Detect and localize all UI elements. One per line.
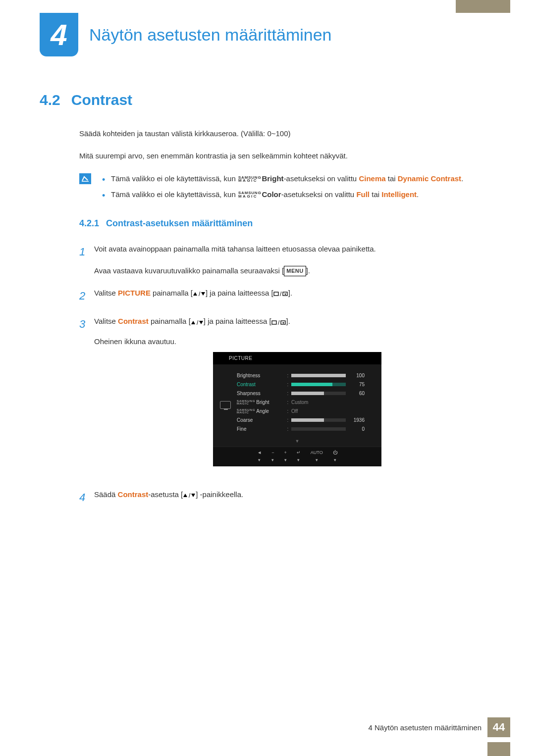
steps-list: 1 Voit avata avainoppaan painamalla mitä… [79, 243, 500, 506]
source-enter-icon: / [273, 287, 288, 300]
section-title: Contrast [71, 92, 132, 108]
step-text: ] ja paina laitteessa [ [206, 289, 273, 297]
note-bold: Color [262, 190, 281, 199]
svg-text:/: / [199, 291, 201, 297]
step-text: ] ja paina laitteessa [ [204, 317, 271, 325]
svg-marker-7 [191, 321, 195, 324]
section-intro-2: Mitä suurempi arvo, sen enemmän kontrast… [79, 151, 500, 162]
footer-text: 4 Näytön asetusten määrittäminen [369, 723, 482, 732]
svg-marker-1 [193, 292, 197, 296]
osd-nav-minus-icon: −▾ [271, 449, 274, 464]
menu-key-icon: MENU [284, 266, 306, 276]
step-text: -asetusta [ [148, 490, 183, 499]
note-text: Tämä valikko ei ole käytettävissä, kun [111, 174, 238, 183]
step-2: 2 Valitse PICTURE painamalla [/] ja pain… [79, 287, 500, 305]
osd-scroll-down-icon: ▼ [213, 438, 381, 447]
note-item-1: Tämä valikko ei ole käytettävissä, kun S… [100, 172, 463, 185]
osd-rows: Brightness:100Contrast:75Sharpness:60SAM… [237, 371, 374, 434]
step-number: 3 [79, 315, 94, 478]
step-text: ]. [286, 317, 290, 325]
note-item-2: Tämä valikko ei ole käytettävissä, kun S… [100, 188, 463, 201]
osd-nav-plus-icon: +▾ [284, 449, 287, 464]
step-keyword: Contrast [118, 317, 149, 325]
chapter-title: Näytön asetusten määrittäminen [89, 25, 331, 45]
top-accent-stripe [456, 0, 510, 13]
step-3: 3 Valitse Contrast painamalla [/] ja pai… [79, 315, 500, 478]
note-icon [79, 173, 91, 184]
osd-nav-enter-icon: ↵▾ [297, 449, 301, 464]
step-text: ]. [288, 289, 292, 297]
svg-marker-9 [199, 321, 203, 324]
up-down-arrow-icon: / [193, 287, 206, 300]
osd-nav-left-icon: ◄▾ [257, 449, 262, 464]
osd-sidebar [220, 371, 237, 434]
osd-row: SAMSUNGMAGICBright:Custom [237, 398, 374, 406]
step-number: 4 [79, 488, 94, 506]
step-text: ]. [306, 266, 310, 275]
osd-screenshot: PICTURE Brightness:100Contrast:75Sharpne… [213, 352, 381, 466]
osd-row: Fine:0 [237, 425, 374, 433]
step-text: Voit avata avainoppaan painamalla mitä t… [94, 243, 500, 255]
page-header: 4 Näytön asetusten määrittäminen [40, 13, 510, 56]
osd-auto-label: AUTO▾ [311, 449, 323, 464]
step-text: Oheinen ikkuna avautuu. [94, 335, 500, 348]
osd-row: Sharpness:60 [237, 389, 374, 398]
step-keyword: PICTURE [118, 289, 151, 297]
osd-row: SAMSUNGMAGICAngle:Off [237, 407, 374, 415]
svg-marker-15 [191, 494, 195, 497]
osd-title: PICTURE [213, 352, 381, 364]
note-keyword: Intelligent [381, 190, 417, 199]
note-text: tai [370, 190, 381, 199]
note-text: Tämä valikko ei ole käytettävissä, kun [111, 190, 238, 199]
subsection-number: 4.2.1 [79, 218, 99, 229]
section-heading: 4.2 Contrast [40, 92, 500, 108]
step-text: Avaa vastaava kuvaruutuvalikko painamall… [94, 266, 284, 275]
osd-footer: ◄▾ −▾ +▾ ↵▾ AUTO▾ ⏻▾ [213, 447, 381, 466]
step-text: Valitse [94, 289, 118, 297]
note-body: Tämä valikko ei ole käytettävissä, kun S… [100, 172, 463, 203]
svg-text:/: / [278, 320, 280, 326]
note-keyword: Cinema [359, 174, 385, 183]
svg-rect-4 [274, 292, 278, 296]
osd-row: Coarse:1936 [237, 416, 374, 424]
note-keyword: Full [356, 190, 370, 199]
note-text: . [417, 190, 419, 199]
subsection-title: Contrast-asetuksen määrittäminen [106, 218, 253, 229]
svg-rect-0 [82, 181, 89, 182]
svg-text:/: / [197, 320, 199, 326]
step-text: ] -painikkeella. [196, 490, 243, 499]
note-keyword: Dynamic Contrast [398, 174, 461, 183]
osd-power-icon: ⏻▾ [333, 449, 337, 464]
step-1: 1 Voit avata avainoppaan painamalla mitä… [79, 243, 500, 277]
svg-text:/: / [280, 291, 282, 297]
svg-marker-13 [183, 494, 187, 497]
step-number: 1 [79, 243, 94, 277]
step-4: 4 Säädä Contrast-asetusta [/] -painikkee… [79, 488, 500, 506]
monitor-icon [220, 401, 231, 409]
note-text: -asetukseksi on valittu [281, 190, 357, 199]
up-down-arrow-icon: / [183, 489, 196, 502]
step-text: Valitse [94, 317, 118, 325]
samsung-magic-label: SAMSUNGMAGIC [238, 192, 262, 198]
note-text: tai [386, 174, 398, 183]
step-number: 2 [79, 287, 94, 305]
page-number-badge: 44 [487, 717, 510, 737]
svg-rect-10 [272, 321, 276, 324]
note-bold: Bright [262, 174, 283, 183]
step-text: painamalla [ [149, 317, 191, 325]
samsung-magic-label: SAMSUNGMAGIC [238, 176, 262, 183]
section-number: 4.2 [40, 92, 60, 108]
step-keyword: Contrast [118, 490, 149, 499]
osd-row: Contrast:75 [237, 380, 374, 389]
note-block: Tämä valikko ei ole käytettävissä, kun S… [79, 172, 500, 203]
section-intro-1: Säädä kohteiden ja taustan välistä kirkk… [79, 128, 500, 140]
osd-row: Brightness:100 [237, 371, 374, 380]
page-content: 4.2 Contrast Säädä kohteiden ja taustan … [40, 92, 500, 516]
subsection-heading: 4.2.1 Contrast-asetuksen määrittäminen [79, 218, 500, 229]
source-enter-icon: / [271, 316, 286, 329]
svg-text:/: / [189, 493, 191, 499]
step-text: Säädä [94, 490, 118, 499]
step-text: painamalla [ [151, 289, 193, 297]
chapter-number-badge: 4 [40, 13, 78, 56]
page-footer: 4 Näytön asetusten määrittäminen 44 [369, 717, 510, 737]
